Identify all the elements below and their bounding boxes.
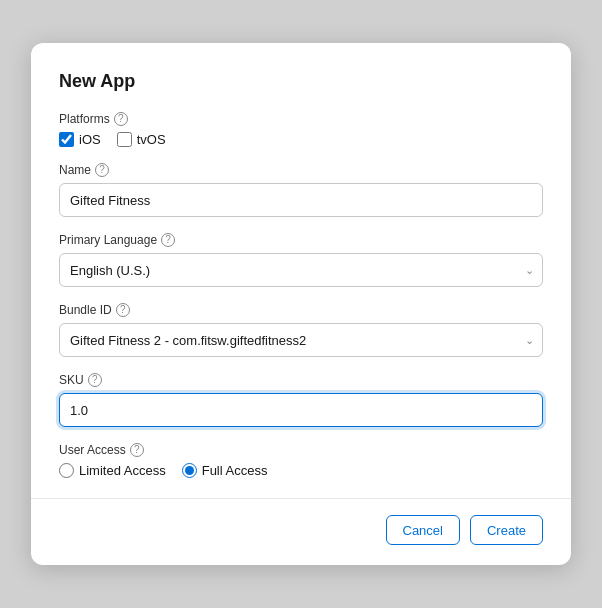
bundle-id-label: Bundle ID ?	[59, 303, 543, 317]
primary-language-select-wrapper: English (U.S.) English (Australia) Engli…	[59, 253, 543, 287]
dialog-buttons: Cancel Create	[59, 515, 543, 545]
tvos-label: tvOS	[137, 132, 166, 147]
limited-access-radio-label[interactable]: Limited Access	[59, 463, 166, 478]
full-access-radio-label[interactable]: Full Access	[182, 463, 268, 478]
user-access-help-icon[interactable]: ?	[130, 443, 144, 457]
name-label: Name ?	[59, 163, 543, 177]
bundle-id-field: Bundle ID ? Gifted Fitness 2 - com.fitsw…	[59, 303, 543, 357]
tvos-checkbox[interactable]	[117, 132, 132, 147]
ios-checkbox-label[interactable]: iOS	[59, 132, 101, 147]
new-app-dialog: New App Platforms ? iOS tvOS Name ? Prim…	[31, 43, 571, 565]
ios-checkbox[interactable]	[59, 132, 74, 147]
full-access-label: Full Access	[202, 463, 268, 478]
footer-divider	[31, 498, 571, 499]
platforms-label: Platforms ?	[59, 112, 543, 126]
bundle-id-select[interactable]: Gifted Fitness 2 - com.fitsw.giftedfitne…	[59, 323, 543, 357]
primary-language-label: Primary Language ?	[59, 233, 543, 247]
sku-help-icon[interactable]: ?	[88, 373, 102, 387]
limited-access-label: Limited Access	[79, 463, 166, 478]
primary-language-select[interactable]: English (U.S.) English (Australia) Engli…	[59, 253, 543, 287]
platforms-checkboxes: iOS tvOS	[59, 132, 543, 147]
name-input[interactable]	[59, 183, 543, 217]
bundle-id-select-wrapper: Gifted Fitness 2 - com.fitsw.giftedfitne…	[59, 323, 543, 357]
user-access-field: User Access ? Limited Access Full Access	[59, 443, 543, 478]
platforms-field: Platforms ? iOS tvOS	[59, 112, 543, 147]
user-access-radios: Limited Access Full Access	[59, 463, 543, 478]
dialog-title: New App	[59, 71, 543, 92]
ios-label: iOS	[79, 132, 101, 147]
bundle-id-help-icon[interactable]: ?	[116, 303, 130, 317]
platforms-help-icon[interactable]: ?	[114, 112, 128, 126]
primary-language-field: Primary Language ? English (U.S.) Englis…	[59, 233, 543, 287]
tvos-checkbox-label[interactable]: tvOS	[117, 132, 166, 147]
sku-field: SKU ?	[59, 373, 543, 427]
sku-label: SKU ?	[59, 373, 543, 387]
name-field: Name ?	[59, 163, 543, 217]
limited-access-radio[interactable]	[59, 463, 74, 478]
primary-language-help-icon[interactable]: ?	[161, 233, 175, 247]
sku-input[interactable]	[59, 393, 543, 427]
create-button[interactable]: Create	[470, 515, 543, 545]
cancel-button[interactable]: Cancel	[386, 515, 460, 545]
name-help-icon[interactable]: ?	[95, 163, 109, 177]
user-access-label: User Access ?	[59, 443, 543, 457]
full-access-radio[interactable]	[182, 463, 197, 478]
